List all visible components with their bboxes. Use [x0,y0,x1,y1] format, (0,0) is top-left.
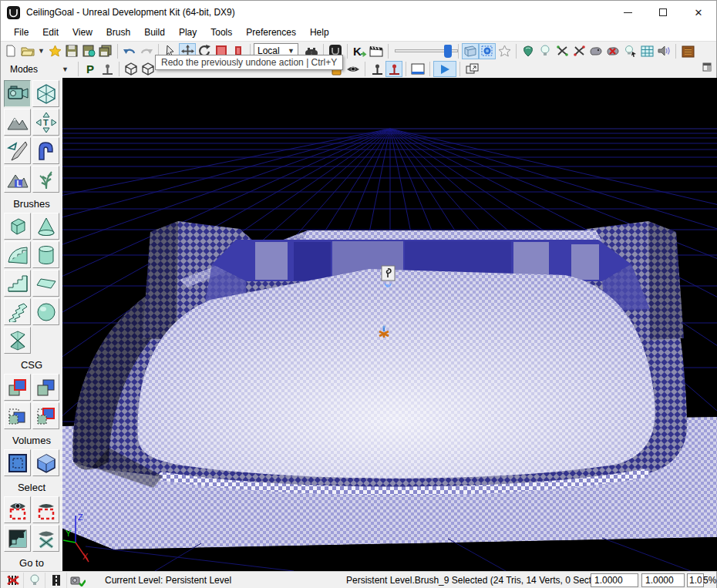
maximize-button[interactable] [645,1,681,24]
play-icon [439,64,450,75]
lightmap-density-button[interactable] [638,43,655,59]
cube-wireframe-button[interactable] [123,61,140,77]
spiral-stairs-brush-button[interactable] [4,298,31,325]
open-button[interactable] [19,43,36,59]
landscape-mode-button[interactable]: L [4,166,31,193]
new-file-button[interactable] [2,43,19,59]
dock-toggle-icon [702,62,712,72]
popout-window-button[interactable] [463,61,480,77]
viewport-resolution-button[interactable] [409,61,426,77]
add-volume-button[interactable] [4,449,31,476]
build-paths-icon [556,45,569,57]
open-recent-caret[interactable]: ▼ [36,43,46,59]
modes-dropdown[interactable]: Modes ▼ [4,64,75,75]
foliage-mode-button[interactable] [32,166,59,193]
minimize-button[interactable] [610,1,645,24]
close-button[interactable]: ✕ [681,1,716,24]
camera-status-button[interactable] [67,573,89,588]
geometry-cube-mode-button[interactable] [32,80,59,107]
show-selected-button[interactable] [4,496,31,523]
joystick-icon [101,63,114,76]
menu-preferences[interactable]: Preferences [239,25,303,39]
path-display-button[interactable] [45,573,67,588]
static-mesh-mode-button[interactable] [32,137,59,164]
redo-button[interactable] [138,43,155,59]
visibility-button[interactable] [345,61,362,77]
camera-speed-slider[interactable] [395,43,452,59]
brush-wire-toggle-button[interactable] [479,43,496,59]
persistent-level-icon: P [86,62,94,76]
kismet-button[interactable]: K [351,43,368,59]
persistent-level-button[interactable]: P [82,61,99,77]
dock-toggle-button[interactable] [702,62,712,74]
save-all-icon [99,45,113,57]
cube-brush-button[interactable] [4,213,31,240]
window-title: CeilingGoal - Unreal Development Kit (64… [26,7,235,18]
play-on-device-button[interactable] [385,61,402,77]
menu-brush[interactable]: Brush [99,25,137,39]
menu-file[interactable]: File [7,25,35,39]
camera-mode-button[interactable] [4,80,31,107]
rotation-grid-field[interactable] [641,573,685,587]
drag-grid-field[interactable] [591,573,638,587]
csg-deintersect-button[interactable] [32,402,59,429]
build-cover-button[interactable] [571,43,587,59]
blocking-volume-button[interactable] [32,449,59,476]
play-in-viewport-button[interactable] [433,61,456,77]
csg-intersect-button[interactable] [4,402,31,429]
scale-grid-field[interactable] [687,573,704,587]
build-all-submit-check-button[interactable] [604,43,621,59]
perspective-viewport[interactable]: Z Y X [62,78,717,571]
linear-stairs-brush-button[interactable] [4,270,31,297]
cylinder-brush-icon [37,245,56,265]
hide-selected-button[interactable] [32,496,59,523]
menu-view[interactable]: View [66,25,99,39]
volumetric-brush-button[interactable] [4,327,31,354]
invert-selection-button[interactable] [4,525,31,552]
cube-solid-button[interactable] [140,61,157,77]
terrain-mode-button[interactable] [4,109,31,136]
toggle-sounds-button[interactable] [655,43,672,59]
menu-tools[interactable]: Tools [204,25,239,39]
cylinder-brush-button[interactable] [32,241,59,268]
build-paths-button[interactable] [554,43,571,59]
menu-build[interactable]: Build [137,25,172,39]
curved-stairs-brush-button[interactable] [4,241,31,268]
menu-play[interactable]: Play [172,25,204,39]
menu-help[interactable]: Help [303,25,336,39]
build-all-button[interactable] [587,43,604,59]
slider-thumb[interactable] [444,45,452,58]
geometry-edit-mode-button[interactable] [4,137,31,164]
eye-icon [346,64,360,75]
build-geometry-button[interactable] [520,43,537,59]
build-lighting-button[interactable] [537,43,554,59]
titlebar[interactable]: CeilingGoal - Unreal Development Kit (64… [1,1,716,24]
stairs-icon [7,274,29,294]
separator [516,44,517,59]
save-button[interactable] [63,43,80,59]
play-on-pc-button[interactable] [369,61,385,77]
hide-unselected-button[interactable] [32,525,59,552]
texture-align-mode-button[interactable]: T [32,109,59,136]
favorites-button[interactable] [46,43,63,59]
favorite-viewport-button[interactable] [496,43,513,59]
matinee-button[interactable] [368,43,385,59]
sheet-brush-button[interactable] [32,270,59,297]
sphere-brush-button[interactable] [32,298,59,325]
joystick-dark-icon [371,63,384,76]
play-level-button[interactable] [99,61,116,77]
save-modified-button[interactable] [80,43,97,59]
lighting-quality-button[interactable] [621,43,638,59]
undo-button[interactable] [121,43,138,59]
save-modified-icon [82,45,96,57]
submit-build-button[interactable] [679,43,696,59]
submit-build-icon [682,45,695,58]
menu-edit[interactable]: Edit [35,25,66,39]
csg-subtract-button[interactable] [32,374,59,401]
csg-add-button[interactable] [4,374,31,401]
realtime-toggle-button[interactable] [462,43,479,59]
clear-log-button[interactable] [2,573,24,588]
lighting-status-button[interactable] [24,573,45,588]
cone-brush-button[interactable] [32,213,59,240]
save-all-button[interactable] [97,43,114,59]
